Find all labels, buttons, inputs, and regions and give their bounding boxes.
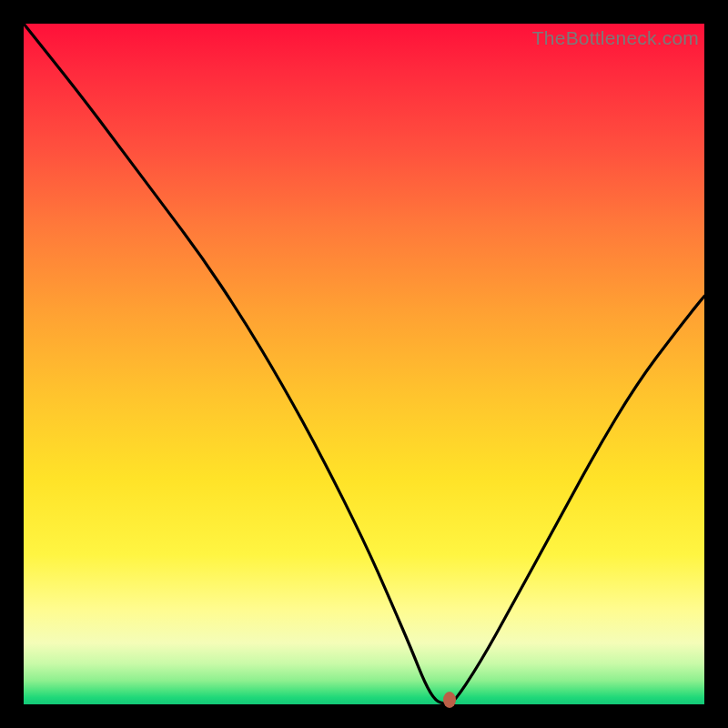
bottleneck-curve xyxy=(24,24,704,704)
chart-stage: TheBottleneck.com xyxy=(0,0,728,728)
plot-area: TheBottleneck.com xyxy=(24,24,704,704)
curve-path xyxy=(24,24,704,704)
optimal-point-marker xyxy=(443,692,456,708)
